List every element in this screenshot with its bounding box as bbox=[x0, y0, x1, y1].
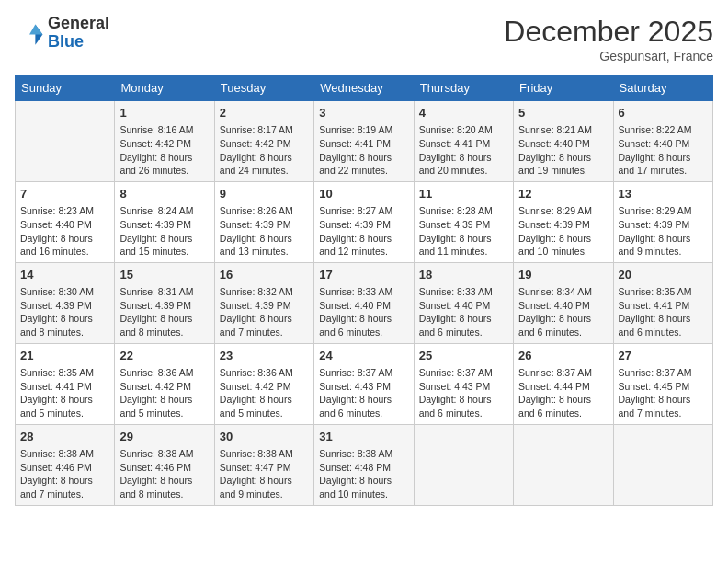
day-number: 29 bbox=[119, 429, 209, 445]
page-header: General Blue December 2025 Gespunsart, F… bbox=[15, 15, 713, 63]
week-row-1: 1Sunrise: 8:16 AMSunset: 4:42 PMDaylight… bbox=[16, 101, 713, 182]
day-info: Sunrise: 8:38 AMSunset: 4:48 PMDaylight:… bbox=[319, 447, 408, 501]
day-number: 3 bbox=[319, 105, 408, 121]
calendar-cell: 6Sunrise: 8:22 AMSunset: 4:40 PMDaylight… bbox=[613, 101, 712, 182]
calendar-cell: 15Sunrise: 8:31 AMSunset: 4:39 PMDayligh… bbox=[115, 262, 214, 343]
day-number: 14 bbox=[20, 267, 109, 283]
day-info: Sunrise: 8:38 AMSunset: 4:46 PMDaylight:… bbox=[20, 447, 109, 501]
day-number: 28 bbox=[20, 429, 109, 445]
day-number: 6 bbox=[619, 105, 708, 121]
logo-blue-text: Blue bbox=[48, 33, 109, 52]
day-number: 5 bbox=[518, 105, 608, 121]
day-number: 18 bbox=[419, 267, 508, 283]
day-info: Sunrise: 8:37 AMSunset: 4:43 PMDaylight:… bbox=[319, 366, 408, 420]
calendar-cell: 10Sunrise: 8:27 AMSunset: 4:39 PMDayligh… bbox=[314, 181, 414, 262]
week-row-5: 28Sunrise: 8:38 AMSunset: 4:46 PMDayligh… bbox=[16, 424, 713, 505]
day-info: Sunrise: 8:35 AMSunset: 4:41 PMDaylight:… bbox=[20, 366, 109, 420]
day-number: 7 bbox=[20, 186, 109, 202]
logo: General Blue bbox=[15, 15, 109, 52]
calendar-cell: 17Sunrise: 8:33 AMSunset: 4:40 PMDayligh… bbox=[314, 262, 414, 343]
calendar-cell: 26Sunrise: 8:37 AMSunset: 4:44 PMDayligh… bbox=[514, 343, 613, 424]
logo-icon bbox=[15, 18, 44, 48]
day-info: Sunrise: 8:33 AMSunset: 4:40 PMDaylight:… bbox=[319, 285, 408, 339]
calendar-cell: 7Sunrise: 8:23 AMSunset: 4:40 PMDaylight… bbox=[16, 181, 115, 262]
calendar-cell: 30Sunrise: 8:38 AMSunset: 4:47 PMDayligh… bbox=[214, 424, 313, 505]
day-number: 27 bbox=[619, 348, 708, 364]
calendar-cell: 14Sunrise: 8:30 AMSunset: 4:39 PMDayligh… bbox=[16, 262, 115, 343]
day-number: 17 bbox=[319, 267, 408, 283]
day-number: 12 bbox=[518, 186, 608, 202]
month-title: December 2025 bbox=[504, 15, 713, 49]
calendar-cell bbox=[16, 101, 115, 182]
day-info: Sunrise: 8:29 AMSunset: 4:39 PMDaylight:… bbox=[619, 204, 708, 259]
day-number: 15 bbox=[119, 267, 209, 283]
day-info: Sunrise: 8:37 AMSunset: 4:45 PMDaylight:… bbox=[619, 366, 708, 420]
calendar-cell: 22Sunrise: 8:36 AMSunset: 4:42 PMDayligh… bbox=[115, 343, 214, 424]
day-info: Sunrise: 8:36 AMSunset: 4:42 PMDaylight:… bbox=[220, 366, 309, 420]
day-info: Sunrise: 8:34 AMSunset: 4:40 PMDaylight:… bbox=[518, 285, 608, 339]
calendar-cell: 23Sunrise: 8:36 AMSunset: 4:42 PMDayligh… bbox=[214, 343, 313, 424]
calendar-cell: 3Sunrise: 8:19 AMSunset: 4:41 PMDaylight… bbox=[314, 101, 414, 182]
day-info: Sunrise: 8:32 AMSunset: 4:39 PMDaylight:… bbox=[220, 285, 309, 339]
weekday-header-monday: Monday bbox=[115, 75, 214, 101]
calendar-cell: 1Sunrise: 8:16 AMSunset: 4:42 PMDaylight… bbox=[115, 101, 214, 182]
day-number: 21 bbox=[20, 348, 109, 364]
calendar-cell bbox=[414, 424, 513, 505]
calendar-cell bbox=[613, 424, 712, 505]
day-number: 8 bbox=[119, 186, 209, 202]
day-info: Sunrise: 8:26 AMSunset: 4:39 PMDaylight:… bbox=[220, 204, 309, 259]
day-info: Sunrise: 8:37 AMSunset: 4:44 PMDaylight:… bbox=[518, 366, 608, 420]
week-row-2: 7Sunrise: 8:23 AMSunset: 4:40 PMDaylight… bbox=[16, 181, 713, 262]
calendar-cell: 2Sunrise: 8:17 AMSunset: 4:42 PMDaylight… bbox=[214, 101, 313, 182]
weekday-header-saturday: Saturday bbox=[613, 75, 712, 101]
day-info: Sunrise: 8:27 AMSunset: 4:39 PMDaylight:… bbox=[319, 204, 408, 259]
day-info: Sunrise: 8:35 AMSunset: 4:41 PMDaylight:… bbox=[619, 285, 708, 339]
calendar-table: SundayMondayTuesdayWednesdayThursdayFrid… bbox=[15, 75, 713, 506]
day-info: Sunrise: 8:28 AMSunset: 4:39 PMDaylight:… bbox=[419, 204, 508, 259]
day-number: 31 bbox=[319, 429, 408, 445]
day-number: 9 bbox=[220, 186, 309, 202]
day-number: 1 bbox=[119, 105, 209, 121]
day-info: Sunrise: 8:38 AMSunset: 4:47 PMDaylight:… bbox=[220, 447, 309, 501]
day-info: Sunrise: 8:33 AMSunset: 4:40 PMDaylight:… bbox=[419, 285, 508, 339]
logo-general-text: General bbox=[48, 15, 109, 33]
day-info: Sunrise: 8:36 AMSunset: 4:42 PMDaylight:… bbox=[119, 366, 209, 420]
day-info: Sunrise: 8:29 AMSunset: 4:39 PMDaylight:… bbox=[518, 204, 608, 259]
weekday-header-thursday: Thursday bbox=[414, 75, 513, 101]
calendar-cell: 28Sunrise: 8:38 AMSunset: 4:46 PMDayligh… bbox=[16, 424, 115, 505]
calendar-cell: 29Sunrise: 8:38 AMSunset: 4:46 PMDayligh… bbox=[115, 424, 214, 505]
calendar-cell: 21Sunrise: 8:35 AMSunset: 4:41 PMDayligh… bbox=[16, 343, 115, 424]
calendar-cell: 16Sunrise: 8:32 AMSunset: 4:39 PMDayligh… bbox=[214, 262, 313, 343]
day-number: 30 bbox=[220, 429, 309, 445]
day-info: Sunrise: 8:30 AMSunset: 4:39 PMDaylight:… bbox=[20, 285, 109, 339]
day-info: Sunrise: 8:21 AMSunset: 4:40 PMDaylight:… bbox=[518, 123, 608, 178]
day-number: 10 bbox=[319, 186, 408, 202]
calendar-cell: 27Sunrise: 8:37 AMSunset: 4:45 PMDayligh… bbox=[613, 343, 712, 424]
calendar-cell: 11Sunrise: 8:28 AMSunset: 4:39 PMDayligh… bbox=[414, 181, 513, 262]
calendar-cell: 12Sunrise: 8:29 AMSunset: 4:39 PMDayligh… bbox=[514, 181, 613, 262]
calendar-cell: 18Sunrise: 8:33 AMSunset: 4:40 PMDayligh… bbox=[414, 262, 513, 343]
calendar-cell: 19Sunrise: 8:34 AMSunset: 4:40 PMDayligh… bbox=[514, 262, 613, 343]
day-info: Sunrise: 8:24 AMSunset: 4:39 PMDaylight:… bbox=[119, 204, 209, 259]
calendar-cell: 20Sunrise: 8:35 AMSunset: 4:41 PMDayligh… bbox=[613, 262, 712, 343]
calendar-cell: 31Sunrise: 8:38 AMSunset: 4:48 PMDayligh… bbox=[314, 424, 414, 505]
weekday-header-tuesday: Tuesday bbox=[214, 75, 313, 101]
calendar-cell: 25Sunrise: 8:37 AMSunset: 4:43 PMDayligh… bbox=[414, 343, 513, 424]
day-info: Sunrise: 8:23 AMSunset: 4:40 PMDaylight:… bbox=[20, 204, 109, 259]
day-info: Sunrise: 8:37 AMSunset: 4:43 PMDaylight:… bbox=[419, 366, 508, 420]
day-number: 26 bbox=[518, 348, 608, 364]
title-block: December 2025 Gespunsart, France bbox=[504, 15, 713, 63]
week-row-3: 14Sunrise: 8:30 AMSunset: 4:39 PMDayligh… bbox=[16, 262, 713, 343]
day-number: 24 bbox=[319, 348, 408, 364]
calendar-cell: 13Sunrise: 8:29 AMSunset: 4:39 PMDayligh… bbox=[613, 181, 712, 262]
calendar-cell: 9Sunrise: 8:26 AMSunset: 4:39 PMDaylight… bbox=[214, 181, 313, 262]
day-info: Sunrise: 8:17 AMSunset: 4:42 PMDaylight:… bbox=[220, 123, 309, 178]
day-number: 16 bbox=[220, 267, 309, 283]
weekday-header-sunday: Sunday bbox=[16, 75, 115, 101]
calendar-cell: 8Sunrise: 8:24 AMSunset: 4:39 PMDaylight… bbox=[115, 181, 214, 262]
day-number: 2 bbox=[220, 105, 309, 121]
location-text: Gespunsart, France bbox=[504, 49, 713, 63]
day-info: Sunrise: 8:19 AMSunset: 4:41 PMDaylight:… bbox=[319, 123, 408, 178]
day-info: Sunrise: 8:22 AMSunset: 4:40 PMDaylight:… bbox=[619, 123, 708, 178]
logo-text: General Blue bbox=[48, 15, 109, 52]
